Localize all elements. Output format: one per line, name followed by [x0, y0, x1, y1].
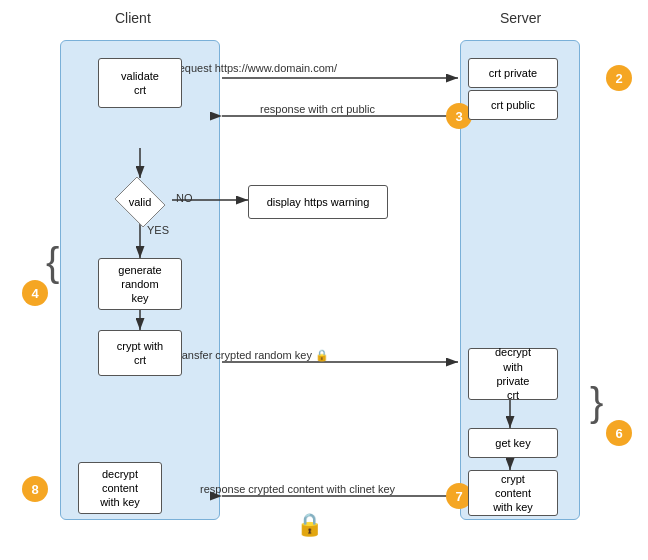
brace-left: { — [46, 240, 59, 285]
yes-label: YES — [147, 224, 169, 236]
generate-key-box: generaterandomkey — [98, 258, 182, 310]
circle-8: 8 — [22, 476, 48, 502]
transfer-key-label: transfer crypted random key 🔒 — [175, 349, 329, 362]
response-content-label: response crypted content with clinet key — [200, 483, 395, 495]
crt-public-box: crt public — [468, 90, 558, 120]
lock-icon-bottom: 🔒 — [296, 512, 323, 538]
crypt-content-box: cryptcontentwith key — [468, 470, 558, 516]
client-label: Client — [115, 10, 151, 26]
valid-label: valid — [112, 180, 168, 224]
display-warning-box: display https warning — [248, 185, 388, 219]
decrypt-content-box: decryptcontentwith key — [78, 462, 162, 514]
circle-2: 2 — [606, 65, 632, 91]
server-label: Server — [500, 10, 541, 26]
circle-4: 4 — [22, 280, 48, 306]
crt-private-box: crt private — [468, 58, 558, 88]
diagram: Client Server — [0, 0, 648, 560]
decrypt-private-box: decryptwithprivatecrt — [468, 348, 558, 400]
crypt-crt-box: crypt withcrt — [98, 330, 182, 376]
no-label: NO — [176, 192, 193, 204]
circle-6: 6 — [606, 420, 632, 446]
valid-diamond-container: valid — [112, 180, 168, 224]
validate-crt-box: validatecrt — [98, 58, 182, 108]
response-crt-label: response with crt public — [260, 103, 375, 115]
get-key-box: get key — [468, 428, 558, 458]
request-label: request https://www.domain.com/ — [175, 62, 337, 74]
brace-right: } — [590, 380, 603, 425]
